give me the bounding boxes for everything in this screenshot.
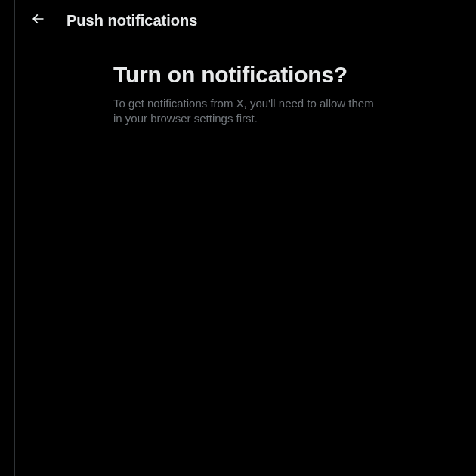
content-headline: Turn on notifications?	[113, 61, 437, 88]
panel-header: Push notifications	[15, 0, 462, 40]
content-area: Turn on notifications? To get notificati…	[15, 40, 462, 126]
back-button[interactable]	[24, 7, 51, 34]
content-description: To get notifications from X, you'll need…	[113, 96, 378, 126]
arrow-left-icon	[30, 11, 45, 29]
settings-panel: Push notifications Turn on notifications…	[14, 0, 462, 476]
page-title: Push notifications	[66, 11, 197, 29]
